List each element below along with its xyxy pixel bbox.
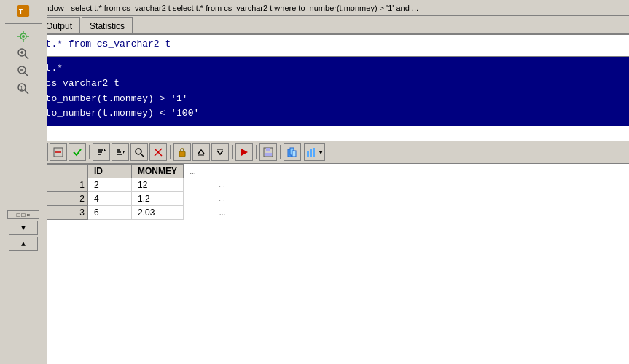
sql-selected-block[interactable]: select t.* from cs_varchar2 t where to_n… — [0, 57, 629, 126]
sql-line-1: select t.* — [6, 61, 623, 76]
sidebar-top-icon[interactable]: T — [15, 16, 31, 19]
col-id-header[interactable]: ID — [88, 165, 132, 178]
chart-dropdown-btn[interactable]: ▼ — [304, 143, 325, 161]
sep6 — [280, 145, 281, 159]
svg-rect-39 — [179, 151, 185, 157]
zoom-in-icon[interactable] — [15, 46, 31, 62]
col-extra-header: … — [184, 165, 227, 178]
row-2-monmey[interactable]: 1.2 — [132, 192, 184, 206]
svg-rect-2 — [17, 16, 29, 17]
sql-line-4: and to_number(t.monmey) < '100' — [6, 106, 623, 122]
sidebar-small-icon2[interactable]: □ — [22, 212, 26, 218]
row-1-monmey[interactable]: 12 — [132, 178, 184, 192]
svg-point-35 — [136, 149, 141, 154]
settings-icon[interactable] — [15, 28, 31, 44]
left-sidebar: T — [0, 16, 47, 364]
zoom-reset-icon[interactable]: 1 — [15, 81, 31, 97]
scroll-up-btn[interactable] — [192, 143, 210, 161]
search-btn[interactable] — [130, 143, 148, 161]
svg-line-13 — [25, 55, 28, 59]
row-number-1: 1 — [44, 178, 88, 192]
sql-line-3: where to_number(t.monmey) > '1' — [6, 92, 623, 107]
svg-rect-50 — [310, 149, 312, 157]
row-2-id[interactable]: 4 — [88, 192, 132, 206]
sep4 — [232, 145, 233, 159]
svg-rect-51 — [313, 148, 315, 157]
scroll-down-btn[interactable] — [211, 143, 229, 161]
row-1-id[interactable]: 2 — [88, 178, 132, 192]
row-number-3: 3 — [44, 206, 88, 220]
sep2 — [89, 145, 90, 159]
row-number-2: 2 — [44, 192, 88, 206]
title-bar: S SQL Window - select t.* from cs_varcha… — [0, 0, 629, 16]
commit-btn[interactable] — [69, 143, 86, 161]
sql-preview-line[interactable]: select t.* from cs_varchar2 t — [0, 35, 629, 57]
chart-dropdown-arrow-icon: ▼ — [319, 149, 323, 156]
row-1-extra: … — [184, 178, 227, 192]
tab-statistics[interactable]: Statistics — [82, 17, 133, 33]
svg-rect-49 — [307, 151, 309, 157]
col-rownum-header — [44, 165, 88, 178]
scroll-down-arrow[interactable]: ▼ — [9, 221, 38, 235]
toolbar: ▼ — [0, 141, 629, 164]
row-3-extra: … — [184, 206, 227, 220]
sidebar-close-icon[interactable]: × — [26, 212, 30, 218]
export-btn[interactable] — [284, 143, 301, 161]
svg-point-5 — [22, 35, 25, 38]
sidebar-small-icon1[interactable]: □ — [17, 212, 20, 218]
lock-btn[interactable] — [173, 143, 191, 161]
svg-rect-44 — [266, 148, 270, 151]
save-btn[interactable] — [259, 143, 277, 161]
sidebar-divider-1 — [5, 23, 42, 24]
col-monmey-header[interactable]: MONMEY — [132, 165, 184, 178]
sep5 — [256, 145, 257, 159]
sql-editor-empty[interactable] — [0, 126, 629, 141]
row-3-monmey[interactable]: 2.03 — [132, 206, 184, 220]
svg-line-16 — [25, 73, 28, 76]
tab-bar: SQL Output Statistics — [0, 16, 629, 35]
svg-marker-42 — [241, 149, 248, 156]
execute-btn[interactable] — [235, 143, 253, 161]
sort-asc-btn[interactable] — [93, 143, 110, 161]
scroll-up-arrow[interactable]: ▲ — [9, 237, 38, 251]
window-title: SQL Window - select t.* from cs_varchar2… — [17, 4, 418, 12]
sql-line-2: from cs_varchar2 t — [6, 76, 623, 92]
delete-row-btn[interactable] — [50, 143, 67, 161]
row-2-extra: … — [184, 192, 227, 206]
data-grid-container[interactable]: ID MONMEY … ▶ 1 — [0, 164, 629, 364]
svg-rect-45 — [265, 153, 272, 156]
svg-line-36 — [141, 154, 144, 157]
row-3-id[interactable]: 6 — [88, 206, 132, 220]
filter-clear-btn[interactable] — [149, 143, 167, 161]
zoom-out-icon[interactable] — [15, 63, 31, 79]
app-window: S SQL Window - select t.* from cs_varcha… — [0, 0, 629, 364]
svg-text:1: 1 — [20, 84, 23, 91]
sort-desc-btn[interactable] — [112, 143, 129, 161]
svg-rect-48 — [292, 151, 296, 157]
sep3 — [170, 145, 171, 159]
svg-line-19 — [25, 90, 28, 94]
